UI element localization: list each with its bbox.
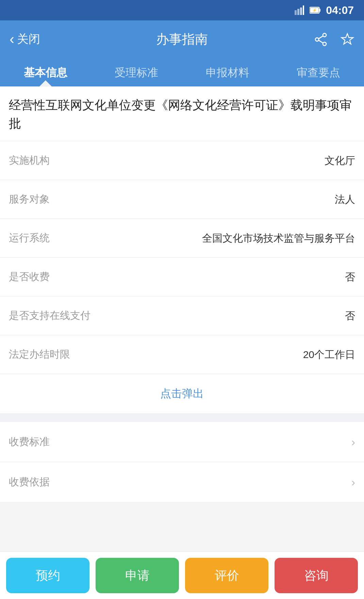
svg-text:⚡: ⚡	[312, 8, 317, 13]
info-value-target: 法人	[335, 192, 355, 207]
svg-rect-0	[295, 10, 297, 15]
chevron-right-icon-fee-basis: ›	[351, 475, 355, 489]
info-label-online-pay: 是否支持在线支付	[9, 309, 90, 323]
svg-rect-5	[319, 9, 321, 12]
info-row-institution: 实施机构 文化厅	[0, 141, 364, 180]
status-time: 04:07	[326, 4, 354, 17]
share-button[interactable]	[314, 32, 328, 47]
info-value-fee: 否	[345, 269, 355, 285]
list-row-fee-basis[interactable]: 收费依据 ›	[0, 462, 364, 502]
star-button[interactable]	[340, 32, 354, 47]
reserve-button[interactable]: 预约	[6, 558, 89, 593]
svg-rect-3	[303, 5, 304, 15]
battery-icon: ⚡	[310, 5, 320, 15]
popup-row[interactable]: 点击弹出	[0, 374, 364, 414]
info-label-institution: 实施机构	[9, 153, 70, 167]
info-row-system: 运行系统 全国文化市场技术监管与服务平台	[0, 219, 364, 258]
info-row-target: 服务对象 法人	[0, 180, 364, 219]
back-button[interactable]: ‹ 关闭	[10, 31, 54, 47]
info-value-deadline: 20个工作日	[303, 347, 355, 362]
popup-button[interactable]: 点击弹出	[160, 387, 204, 400]
signal-icon	[295, 5, 304, 15]
list-row-label-fee-standard: 收费标准	[9, 435, 50, 449]
tab-review[interactable]: 审查要点	[273, 58, 364, 86]
svg-rect-1	[297, 9, 299, 15]
status-bar: ⚡ 04:07	[0, 0, 364, 20]
tab-materials[interactable]: 申报材料	[182, 58, 273, 86]
svg-point-9	[315, 38, 319, 41]
info-row-deadline: 法定办结时限 20个工作日	[0, 335, 364, 374]
page-title-area: 经营性互联网文化单位变更《网络文化经营许可证》载明事项审批	[0, 86, 364, 141]
consult-button[interactable]: 咨询	[275, 558, 358, 593]
rate-button[interactable]: 评价	[185, 558, 268, 593]
list-section: 收费标准 › 收费依据 ›	[0, 422, 364, 502]
info-value-system: 全国文化市场技术监管与服务平台	[202, 230, 355, 246]
apply-button[interactable]: 申请	[96, 558, 179, 593]
info-section: 实施机构 文化厅 服务对象 法人 运行系统 全国文化市场技术监管与服务平台 是否…	[0, 141, 364, 414]
list-row-fee-standard[interactable]: 收费标准 ›	[0, 422, 364, 462]
chevron-right-icon-fee-standard: ›	[351, 435, 355, 449]
svg-line-11	[319, 36, 323, 39]
nav-actions	[310, 32, 354, 47]
content-area: 经营性互联网文化单位变更《网络文化经营许可证》载明事项审批 实施机构 文化厅 服…	[0, 86, 364, 556]
nav-title: 办事指南	[54, 31, 310, 48]
tab-basic[interactable]: 基本信息	[0, 58, 91, 86]
share-icon	[314, 32, 328, 47]
bottom-action-bar: 预约 申请 评价 咨询	[0, 551, 364, 599]
svg-line-12	[319, 41, 323, 43]
svg-point-10	[323, 42, 326, 46]
star-icon	[340, 32, 354, 47]
info-value-institution: 文化厅	[325, 153, 355, 168]
info-label-deadline: 法定办结时限	[9, 347, 70, 361]
info-label-system: 运行系统	[9, 231, 70, 245]
nav-bar: ‹ 关闭 办事指南	[0, 20, 364, 58]
svg-marker-13	[342, 34, 353, 44]
page-title: 经营性互联网文化单位变更《网络文化经营许可证》载明事项审批	[9, 96, 355, 133]
list-row-label-fee-basis: 收费依据	[9, 475, 50, 489]
tab-standard[interactable]: 受理标准	[91, 58, 182, 86]
info-row-fee: 是否收费 否	[0, 258, 364, 296]
svg-rect-2	[300, 7, 302, 15]
info-label-target: 服务对象	[9, 192, 70, 206]
chevron-left-icon: ‹	[10, 32, 14, 46]
section-divider	[0, 414, 364, 422]
svg-point-8	[323, 33, 326, 37]
info-label-fee: 是否收费	[9, 270, 70, 284]
info-value-online-pay: 否	[345, 308, 355, 323]
info-row-online-pay: 是否支持在线支付 否	[0, 296, 364, 335]
back-label: 关闭	[17, 31, 40, 47]
tab-bar: 基本信息 受理标准 申报材料 审查要点	[0, 58, 364, 86]
